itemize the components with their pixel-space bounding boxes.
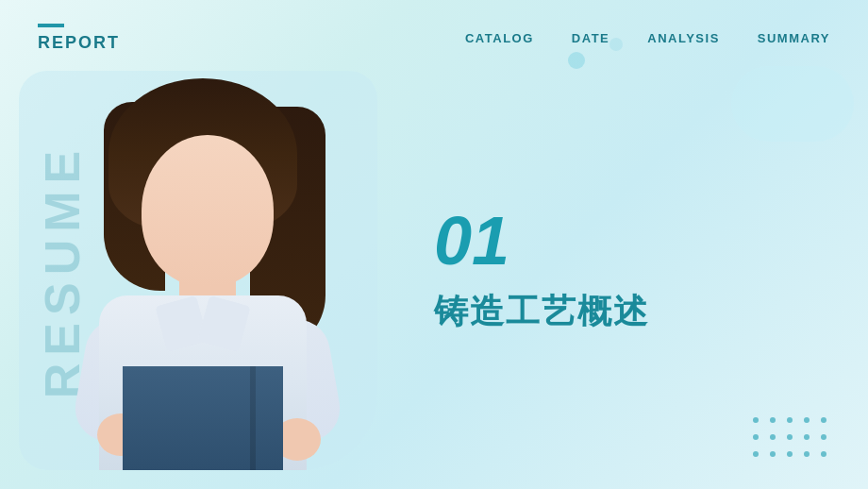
section-number: 01 (434, 207, 811, 275)
right-content: 01 铸造工艺概述 (377, 71, 849, 470)
dot-6 (753, 434, 759, 440)
nav-date[interactable]: DATE (572, 31, 609, 45)
dot-1 (753, 417, 759, 423)
dot-2 (770, 417, 776, 423)
jeans (123, 366, 283, 470)
dot-10 (821, 434, 826, 440)
report-logo: REPORT (38, 24, 120, 53)
nav-summary[interactable]: SUMMARY (758, 31, 830, 45)
dot-8 (787, 434, 793, 440)
dots-decoration (753, 417, 830, 461)
resume-text: RESUME (34, 143, 91, 397)
dot-15 (821, 451, 826, 457)
main-content: RESUME (19, 71, 849, 470)
person-illustration (71, 78, 344, 470)
dot-13 (787, 451, 793, 457)
dot-11 (753, 451, 759, 457)
dot-3 (787, 417, 793, 423)
dot-4 (804, 417, 810, 423)
dot-12 (770, 451, 776, 457)
nav-analysis[interactable]: ANALYSIS (647, 31, 720, 45)
face (142, 135, 274, 286)
dot-5 (821, 417, 826, 423)
jeans-line (250, 366, 256, 470)
header: REPORT CATALOG DATE ANALYSIS SUMMARY (0, 0, 868, 76)
report-label: REPORT (38, 33, 120, 53)
dot-7 (770, 434, 776, 440)
nav-catalog[interactable]: CATALOG (465, 31, 534, 45)
main-nav: CATALOG DATE ANALYSIS SUMMARY (465, 31, 830, 45)
left-card: RESUME (19, 71, 377, 470)
section-title: 铸造工艺概述 (434, 290, 811, 334)
report-bar-icon (38, 24, 64, 27)
dot-14 (804, 451, 810, 457)
dot-9 (804, 434, 810, 440)
